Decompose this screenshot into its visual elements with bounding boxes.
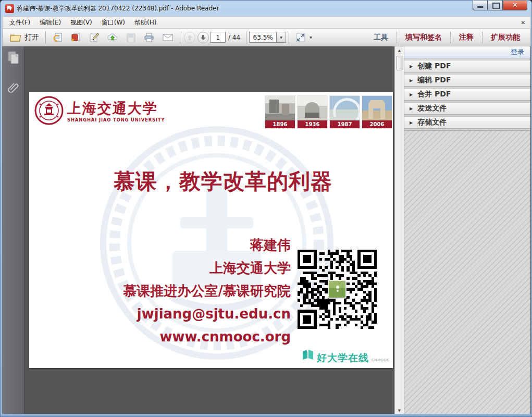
cnmooc-logo-subtext: CNMOOC xyxy=(372,358,390,362)
print-button[interactable] xyxy=(140,30,158,45)
open-button-label: 打开 xyxy=(24,33,39,42)
create-pdf-accordion[interactable]: ▶ 创建 PDF xyxy=(404,60,530,72)
accordion-label: 存储文件 xyxy=(417,118,447,127)
open-button[interactable]: 打开 xyxy=(6,30,43,45)
page-thumbnails-button[interactable] xyxy=(6,51,20,67)
slide-title: 慕课，教学改革的利器 xyxy=(29,167,393,196)
menu-view[interactable]: 视图(V) xyxy=(66,17,97,29)
chevron-right-icon: ▶ xyxy=(410,64,413,69)
sjtu-logo-chinese: 上海交通大学 xyxy=(67,101,166,116)
chevron-right-icon: ▶ xyxy=(410,106,413,111)
menubar: 文件(F) 编辑(E) 视图(V) 窗口(W) 帮助(H) ✕ xyxy=(2,16,531,29)
create-pdf-button[interactable] xyxy=(67,30,85,45)
campus-history-photos: 1896 1936 1987 2006 xyxy=(265,96,392,128)
extended-features-panel-button[interactable]: 扩展功能 xyxy=(484,30,527,45)
accordion-label: 创建 PDF xyxy=(417,62,451,71)
window-title: 蒋建伟-慕课-教学改革的利器 20170422 (22348).pdf - Ad… xyxy=(17,4,219,13)
photo-year-label: 1936 xyxy=(298,120,327,128)
sjtu-logo: 上海交通大学 SHANGHAI JIAO TONG UNIVERSITY xyxy=(34,96,165,127)
comment-panel-button[interactable]: 注释 xyxy=(452,30,481,45)
sjtu-seal-icon xyxy=(34,96,64,127)
photo-1896: 1896 xyxy=(265,96,295,128)
vertical-scrollbar[interactable]: ▲ ▼ xyxy=(394,46,404,415)
signin-band: 登录 xyxy=(404,46,530,58)
scrollbar-thumb[interactable] xyxy=(396,56,403,70)
chevron-right-icon: ▶ xyxy=(410,78,413,83)
close-icon: ✕ xyxy=(512,1,518,9)
chevron-down-icon: ▼ xyxy=(310,35,312,39)
toolbar-separator xyxy=(289,31,289,44)
toolbar-separator xyxy=(246,31,246,44)
page-number-input[interactable] xyxy=(210,32,226,43)
send-files-accordion[interactable]: ▶ 发送文件 xyxy=(404,102,530,115)
chevron-right-icon: ▶ xyxy=(410,120,413,125)
next-page-button[interactable] xyxy=(197,32,209,43)
accordion-label: 发送文件 xyxy=(417,104,447,113)
share-document-button[interactable] xyxy=(48,30,67,45)
wechat-qr-code xyxy=(298,250,377,329)
store-files-accordion[interactable]: ▶ 存储文件 xyxy=(404,116,530,129)
attachments-button[interactable] xyxy=(6,79,20,100)
photo-image xyxy=(298,96,327,120)
photo-image xyxy=(362,96,392,120)
fit-window-button[interactable]: ▼ xyxy=(292,30,316,45)
restore-button[interactable] xyxy=(488,1,503,10)
save-icon xyxy=(126,32,136,43)
scroll-up-button[interactable]: ▲ xyxy=(395,46,404,55)
cnmooc-logo-text: 好大学在线 xyxy=(317,352,369,363)
toolbar-separator xyxy=(45,31,46,44)
previous-page-button[interactable] xyxy=(184,32,195,43)
pdf-page: 上海交通大学 SHANGHAI JIAO TONG UNIVERSITY 189… xyxy=(29,92,393,368)
menu-window[interactable]: 窗口(W) xyxy=(97,17,130,29)
tools-panel-button[interactable]: 工具 xyxy=(366,30,395,45)
main-area: 上海交通大学 SHANGHAI JIAO TONG UNIVERSITY 189… xyxy=(2,46,531,415)
arrow-down-icon xyxy=(200,34,206,41)
close-button[interactable]: ✕ xyxy=(503,1,527,10)
minimize-button[interactable] xyxy=(473,1,488,10)
author-block: 蒋建伟 上海交通大学 慕课推进办公室/慕课研究院 jwjiang@sjtu.ed… xyxy=(123,234,291,348)
toolbar-separator xyxy=(180,31,180,44)
edit-pdf-accordion[interactable]: ▶ 编辑 PDF xyxy=(404,74,530,87)
window-bottom-border xyxy=(1,414,531,416)
cloud-upload-button[interactable] xyxy=(103,30,122,45)
toolbar-dotted-separator xyxy=(482,32,482,43)
menu-edit[interactable]: 编辑(E) xyxy=(35,17,66,29)
window-controls: ✕ xyxy=(473,1,527,10)
menu-help[interactable]: 帮助(H) xyxy=(130,17,161,29)
adobe-reader-icon xyxy=(5,4,14,13)
toolbar-dotted-separator xyxy=(450,32,451,43)
chevron-down-icon: ▼ xyxy=(280,35,282,39)
resize-arrows-icon xyxy=(295,32,306,43)
signin-link[interactable]: 登录 xyxy=(511,47,524,57)
zoom-dropdown-button[interactable]: ▼ xyxy=(276,32,286,43)
navigation-pane-strip xyxy=(2,46,24,415)
sign-pen-icon xyxy=(89,32,100,43)
email-button[interactable] xyxy=(158,30,177,45)
qr-center-photo xyxy=(328,280,347,299)
document-area[interactable]: 上海交通大学 SHANGHAI JIAO TONG UNIVERSITY 189… xyxy=(24,46,394,415)
author-website: www.cnmooc.org xyxy=(123,325,291,348)
open-book-icon xyxy=(302,349,314,363)
zoom-level-input[interactable]: 63.5% xyxy=(249,32,276,43)
scroll-down-icon: ▼ xyxy=(398,409,401,413)
adobe-reader-window: 蒋建伟-慕课-教学改革的利器 20170422 (22348).pdf - Ad… xyxy=(0,0,532,417)
toolbar: 打开 xyxy=(2,29,531,46)
toolbar-dotted-separator xyxy=(397,32,397,43)
chevron-right-icon: ▶ xyxy=(410,92,413,97)
photo-image xyxy=(330,96,360,120)
photo-2006: 2006 xyxy=(362,96,392,128)
folder-icon xyxy=(9,32,22,43)
menubar-close-icon[interactable]: ✕ xyxy=(521,20,525,26)
share-document-icon xyxy=(52,32,63,43)
save-button[interactable] xyxy=(122,30,140,45)
photo-1987: 1987 xyxy=(330,96,360,128)
sign-button[interactable] xyxy=(85,30,103,45)
fill-sign-panel-button[interactable]: 填写和签名 xyxy=(398,30,449,45)
tools-panel: 登录 ▶ 创建 PDF ▶ 编辑 PDF ▶ 合并 PDF ▶ 发送文件 ▶ 存… xyxy=(404,46,530,415)
photo-year-label: 1896 xyxy=(265,120,295,128)
menu-file[interactable]: 文件(F) xyxy=(5,17,35,29)
author-department: 慕课推进办公室/慕课研究院 xyxy=(123,279,291,302)
panel-empty-area xyxy=(404,130,530,415)
author-university: 上海交通大学 xyxy=(123,256,291,279)
combine-pdf-accordion[interactable]: ▶ 合并 PDF xyxy=(404,88,530,101)
